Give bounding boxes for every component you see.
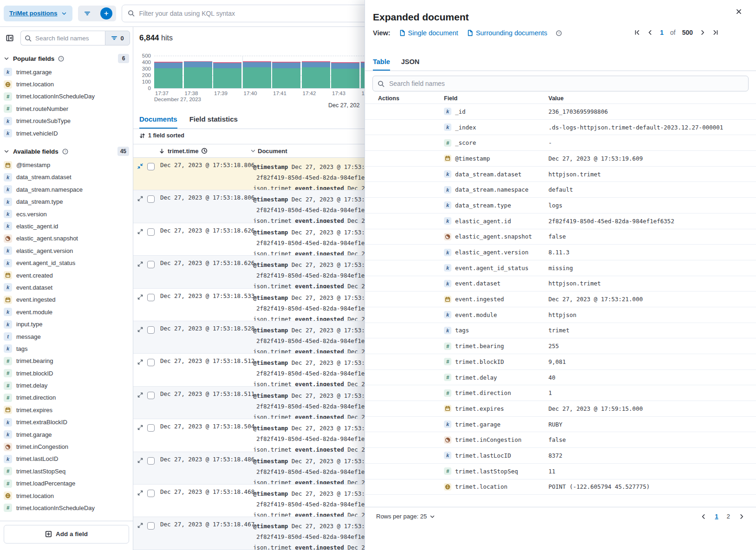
field-value-row[interactable]: elastic_agent.snapshotfalse [365, 229, 756, 245]
select-document-checkbox[interactable] [147, 261, 155, 268]
field-list-item[interactable]: kevent.module [0, 306, 133, 318]
close-flyout-button[interactable] [733, 6, 745, 18]
rows-per-page-button[interactable]: Rows per page: 25 [376, 513, 435, 520]
field-value-row[interactable]: kevent.datasethttpjson.trimet [365, 276, 756, 292]
expand-document-icon[interactable] [133, 325, 147, 353]
previous-page-icon[interactable] [700, 513, 707, 520]
field-value-row[interactable]: #trimet.lastStopSeq11 [365, 464, 756, 479]
field-list-item[interactable]: kelastic_agent.id [0, 220, 133, 232]
expand-document-icon[interactable] [133, 521, 147, 549]
field-list-item[interactable]: @timestamp [0, 159, 133, 171]
select-document-checkbox[interactable] [147, 424, 155, 432]
page-2-button[interactable]: 2 [727, 513, 730, 520]
select-document-checkbox[interactable] [147, 228, 155, 236]
histogram-bar-segment[interactable] [154, 68, 182, 88]
expand-document-icon[interactable] [133, 259, 147, 288]
select-document-checkbox[interactable] [147, 195, 155, 203]
histogram-bar-segment[interactable] [302, 61, 330, 62]
select-document-checkbox[interactable] [147, 392, 155, 399]
page-1-button[interactable]: 1 [715, 513, 718, 520]
field-value-row[interactable]: #trimet.bearing255 [365, 338, 756, 354]
field-value-row[interactable]: trimet.locationPOINT (-122.605794 45.527… [365, 479, 756, 495]
field-value-row[interactable]: kelastic_agent.version8.11.3 [365, 245, 756, 260]
last-page-icon[interactable] [712, 29, 719, 36]
field-list-item[interactable]: kevent.agent_id_status [0, 257, 133, 269]
field-list-item[interactable]: kecs.version [0, 208, 133, 220]
field-search-input-wrap[interactable] [20, 31, 105, 45]
collapse-document-icon[interactable] [133, 162, 147, 190]
flyout-field-search-input[interactable] [389, 80, 743, 87]
field-value-row[interactable]: #trimet.delay40 [365, 370, 756, 386]
expand-document-icon[interactable] [133, 292, 147, 321]
histogram-bar-segment[interactable] [184, 61, 212, 62]
previous-page-icon[interactable] [647, 29, 653, 36]
histogram-bar-segment[interactable] [243, 67, 271, 88]
available-fields-header[interactable]: Available fields ? 45 [0, 147, 133, 156]
field-value-row[interactable]: kdata_stream.datasethttpjson.trimet [365, 167, 756, 182]
field-value-row[interactable]: event.ingestedDec 27, 2023 @ 17:53:21.00… [365, 291, 756, 307]
field-value-row[interactable]: #_score- [365, 135, 756, 151]
add-field-button[interactable]: Add a field [4, 525, 129, 544]
select-document-checkbox[interactable] [147, 457, 155, 465]
document-column-header[interactable]: Document [258, 148, 287, 155]
field-list-item[interactable]: trimet.location [0, 490, 133, 502]
tab-json[interactable]: JSON [401, 58, 420, 71]
histogram-bar-segment[interactable] [184, 62, 212, 67]
histogram-bar-segment[interactable] [243, 62, 271, 67]
tab-field-statistics[interactable]: Field statistics [189, 115, 238, 129]
field-list-item[interactable]: ktrimet.garage [0, 66, 133, 78]
expand-document-icon[interactable] [133, 456, 147, 484]
field-search-input[interactable] [35, 35, 101, 42]
next-page-icon[interactable] [699, 29, 706, 36]
field-value-row[interactable]: #trimet.blockID9,081 [365, 354, 756, 370]
histogram-bar-segment[interactable] [302, 62, 330, 67]
histogram-bar-segment[interactable] [213, 62, 241, 63]
histogram-bar-segment[interactable] [154, 63, 182, 68]
field-list-item[interactable]: ktrimet.extraBlockID [0, 416, 133, 428]
field-list-item[interactable]: ktrimet.lastLocID [0, 453, 133, 465]
expand-document-icon[interactable] [133, 488, 147, 517]
surrounding-documents-link[interactable]: Surrounding documents [467, 29, 547, 37]
field-value-row[interactable]: k_index.ds-logs-httpjson.trimet-default-… [365, 120, 756, 136]
field-list-item[interactable]: ktrimet.routeSubType [0, 115, 133, 127]
expand-document-icon[interactable] [133, 423, 147, 451]
field-list-item[interactable]: event.created [0, 269, 133, 281]
field-list-item[interactable]: kelastic_agent.version [0, 245, 133, 257]
field-value-row[interactable]: ktrimet.garageRUBY [365, 417, 756, 433]
histogram-bar-segment[interactable] [272, 63, 300, 68]
field-list-item[interactable]: #trimet.bearing [0, 355, 133, 367]
field-list-item[interactable]: elastic_agent.snapshot [0, 233, 133, 245]
histogram-bar-segment[interactable] [272, 68, 300, 88]
column-actions-chevron[interactable] [250, 148, 256, 154]
field-list-item[interactable]: trimet.location [0, 78, 133, 90]
histogram-bar-segment[interactable] [154, 62, 182, 63]
dataview-picker[interactable]: TriMet positions [4, 6, 72, 21]
value-column-header[interactable]: Value [548, 95, 564, 102]
field-value-row[interactable]: ktrimet.lastLocID8372 [365, 448, 756, 464]
select-document-checkbox[interactable] [147, 359, 155, 366]
field-list-item[interactable]: kdata_stream.namespace [0, 183, 133, 195]
actions-column-header[interactable]: Actions [378, 95, 444, 102]
field-list-item[interactable]: #trimet.routeNumber [0, 103, 133, 115]
first-page-icon[interactable] [634, 29, 640, 36]
field-list-item[interactable]: ktrimet.garage [0, 428, 133, 440]
field-value-row[interactable]: kevent.modulehttpjson [365, 307, 756, 323]
popular-fields-header[interactable]: Popular fields ? 6 [0, 54, 133, 63]
field-value-row[interactable]: trimet.inCongestionfalse [365, 432, 756, 448]
histogram-bar-segment[interactable] [331, 62, 359, 63]
field-list-item[interactable]: kdata_stream.type [0, 196, 133, 208]
field-list-item[interactable]: #trimet.lastStopSeq [0, 465, 133, 477]
field-value-row[interactable]: kdata_stream.typelogs [365, 198, 756, 214]
field-list-item[interactable]: trimet.expires [0, 404, 133, 416]
expand-document-icon[interactable] [133, 357, 147, 386]
histogram-bar-segment[interactable] [213, 68, 241, 88]
histogram-bar-segment[interactable] [184, 67, 212, 89]
histogram-bar-segment[interactable] [331, 63, 359, 69]
histogram-bar-segment[interactable] [331, 69, 359, 88]
histogram-bar-segment[interactable] [243, 61, 271, 62]
field-list-item[interactable]: kdata_stream.dataset [0, 171, 133, 183]
field-list-item[interactable]: ktrimet.vehicleID [0, 127, 133, 139]
field-value-row[interactable]: kevent.agent_id_statusmissing [365, 260, 756, 276]
next-page-icon[interactable] [738, 513, 745, 520]
field-list-item[interactable]: #trimet.locationInScheduleDay [0, 502, 133, 514]
